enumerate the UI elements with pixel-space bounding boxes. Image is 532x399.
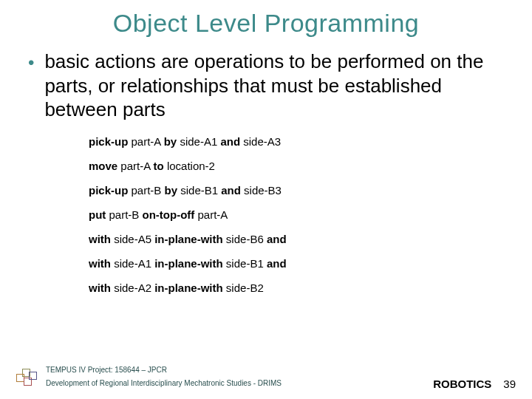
bullet-item: • basic actions are operations to be per…: [28, 50, 504, 122]
footer-left: TEMPUS IV Project: 158644 – JPCR Develop…: [16, 364, 282, 390]
bullet-text: basic actions are operations to be perfo…: [44, 50, 504, 122]
code-line-6: with side-A1 in-plane-with side-B1 and: [89, 257, 532, 270]
footer-right: ROBOTICS 39: [433, 378, 516, 390]
footer-project-text: TEMPUS IV Project: 158644 – JPCR Develop…: [46, 364, 282, 390]
footer-line-1: TEMPUS IV Project: 158644 – JPCR: [46, 364, 282, 377]
bullet-section: • basic actions are operations to be per…: [0, 44, 532, 122]
page-number: 39: [503, 378, 516, 390]
footer-label: ROBOTICS: [433, 378, 491, 390]
footer: TEMPUS IV Project: 158644 – JPCR Develop…: [0, 364, 532, 390]
code-line-7: with side-A2 in-plane-with side-B2: [89, 282, 532, 294]
code-line-4: put part-B on-top-off part-A: [89, 208, 532, 221]
code-line-5: with side-A5 in-plane-with side-B6 and: [89, 233, 532, 245]
footer-line-2: Development of Regional Interdisciplinar…: [46, 377, 282, 390]
code-line-1: pick-up part-A by side-A1 and side-A3: [89, 135, 532, 148]
code-list: pick-up part-A by side-A1 and side-A3 mo…: [89, 135, 532, 294]
code-line-3: pick-up part-B by side-B1 and side-B3: [89, 184, 532, 197]
bullet-marker: •: [28, 52, 34, 74]
slide-title: Object Level Programming: [0, 0, 532, 44]
logo-icon: [16, 367, 38, 386]
code-line-2: move part-A to location-2: [89, 160, 532, 172]
